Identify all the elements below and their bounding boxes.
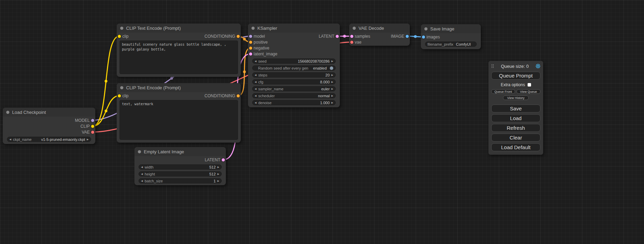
toggle-knob-icon[interactable]: [330, 66, 333, 70]
node-empty-latent-image[interactable]: Empty Latent Image LATENT ◀ width 512 ▶ …: [134, 147, 226, 185]
node-clip-text-encode-negative[interactable]: CLIP Text Encode (Prompt) clip CONDITION…: [117, 83, 241, 143]
collapse-dot-icon[interactable]: [353, 27, 356, 30]
clear-button[interactable]: Clear: [491, 134, 540, 142]
increment-arrow-icon[interactable]: ▶: [218, 166, 219, 168]
height-widget[interactable]: ◀ height 512 ▶: [139, 171, 222, 177]
latent-output-port[interactable]: [336, 35, 339, 38]
link-midpoint-dot: [414, 35, 417, 38]
node-title-bar[interactable]: KSampler: [248, 24, 340, 33]
node-ksampler[interactable]: KSampler model LATENT positive negative …: [248, 24, 340, 107]
decrement-arrow-icon[interactable]: ◀: [255, 94, 256, 97]
latent-image-input-port[interactable]: [249, 52, 252, 55]
drag-handle-icon[interactable]: [491, 64, 494, 68]
width-widget[interactable]: ◀ width 512 ▶: [139, 164, 222, 170]
decrement-arrow-icon[interactable]: ◀: [141, 173, 143, 175]
collapse-dot-icon[interactable]: [424, 27, 427, 30]
queue-front-button[interactable]: Queue Front: [491, 89, 515, 94]
conditioning-output-port[interactable]: [237, 35, 240, 38]
denoise-widget[interactable]: ◀ denoise 1.000 ▶: [252, 100, 336, 105]
sampler-name-widget[interactable]: ◀ sampler_name euler ▶: [252, 86, 336, 91]
node-vae-decode[interactable]: VAE Decode samples IMAGE vae: [349, 24, 410, 46]
node-load-checkpoint[interactable]: Load Checkpoint MODEL CLIP VAE ◀ ckpt_na…: [3, 108, 95, 144]
node-title-bar[interactable]: Empty Latent Image: [134, 147, 226, 156]
latent-image-input-slot: latent_image: [248, 51, 340, 57]
increment-arrow-icon[interactable]: ▶: [332, 60, 333, 62]
increment-arrow-icon[interactable]: ▶: [332, 88, 333, 90]
collapse-dot-icon[interactable]: [120, 86, 123, 89]
decrement-arrow-icon[interactable]: ◀: [255, 81, 256, 83]
view-queue-button[interactable]: View Queue: [517, 89, 540, 94]
node-clip-text-encode-positive[interactable]: CLIP Text Encode (Prompt) clip CONDITION…: [117, 24, 241, 77]
widget-label: denoise: [258, 101, 272, 105]
positive-input-port[interactable]: [249, 40, 252, 44]
positive-prompt-textarea[interactable]: beautiful scenery nature glass bottle la…: [120, 40, 238, 74]
image-output-port[interactable]: [406, 35, 409, 38]
extra-options-checkbox[interactable]: [528, 83, 531, 87]
node-graph-canvas[interactable]: Load Checkpoint MODEL CLIP VAE ◀ ckpt_na…: [0, 0, 644, 244]
seed-widget[interactable]: ◀ seed 156680208700286 ▶: [252, 58, 336, 64]
model-input-port[interactable]: [249, 35, 252, 38]
node-title-bar[interactable]: Save Image: [421, 24, 481, 33]
node-title-bar[interactable]: VAE Decode: [349, 24, 410, 33]
decrement-arrow-icon[interactable]: ◀: [255, 74, 256, 76]
increment-arrow-icon[interactable]: ▶: [87, 138, 89, 141]
widget-value: 8.000: [320, 80, 330, 84]
scheduler-widget[interactable]: ◀ scheduler normal ▶: [252, 93, 336, 98]
conditioning-output-port[interactable]: [237, 94, 240, 97]
decrement-arrow-icon[interactable]: ◀: [141, 180, 143, 182]
clip-input-port[interactable]: [118, 94, 121, 97]
model-output-port[interactable]: [91, 119, 94, 122]
decrement-arrow-icon[interactable]: ◀: [141, 166, 143, 168]
widget-label: cfg: [258, 80, 263, 84]
collapse-dot-icon[interactable]: [120, 27, 123, 30]
widget-label: filename_prefix: [427, 42, 453, 46]
latent-output-port[interactable]: [222, 158, 225, 161]
decrement-arrow-icon[interactable]: ◀: [255, 60, 256, 62]
node-title-bar[interactable]: CLIP Text Encode (Prompt): [117, 24, 241, 33]
queue-prompt-button[interactable]: Queue Prompt: [491, 72, 540, 80]
node-title: Load Checkpoint: [12, 110, 46, 115]
slot-label: samples: [355, 34, 370, 39]
collapse-dot-icon[interactable]: [6, 111, 9, 114]
clip-input-port[interactable]: [118, 35, 121, 38]
increment-arrow-icon[interactable]: ▶: [332, 81, 333, 83]
model-output-slot: MODEL: [3, 117, 95, 123]
vae-input-port[interactable]: [350, 40, 353, 44]
increment-arrow-icon[interactable]: ▶: [218, 180, 219, 182]
negative-prompt-textarea[interactable]: text, watermark: [120, 100, 238, 140]
random-seed-toggle-widget[interactable]: Random seed after every gen enabled: [252, 65, 336, 71]
increment-arrow-icon[interactable]: ▶: [332, 74, 333, 76]
filename-prefix-widget[interactable]: filename_prefix ComfyUI: [425, 42, 477, 47]
widget-value: normal: [318, 94, 330, 98]
decrement-arrow-icon[interactable]: ◀: [255, 101, 256, 104]
increment-arrow-icon[interactable]: ▶: [332, 94, 333, 97]
slot-label: MODEL: [75, 118, 90, 123]
increment-arrow-icon[interactable]: ▶: [218, 173, 219, 175]
extra-options-row: Extra options: [491, 82, 540, 87]
node-save-image[interactable]: Save Image images filename_prefix ComfyU…: [421, 24, 481, 49]
increment-arrow-icon[interactable]: ▶: [332, 101, 333, 104]
settings-gear-icon[interactable]: [536, 64, 540, 69]
node-title-bar[interactable]: Load Checkpoint: [3, 108, 95, 117]
slot-label: clip: [122, 34, 129, 39]
view-history-button[interactable]: View History: [503, 96, 529, 100]
decrement-arrow-icon[interactable]: ◀: [255, 88, 256, 90]
batch-size-widget[interactable]: ◀ batch_size 1 ▶: [139, 178, 222, 183]
cfg-widget[interactable]: ◀ cfg 8.000 ▶: [252, 79, 336, 84]
collapse-dot-icon[interactable]: [138, 150, 141, 153]
vae-output-port[interactable]: [91, 130, 94, 134]
node-title-bar[interactable]: CLIP Text Encode (Prompt): [117, 83, 241, 92]
steps-widget[interactable]: ◀ steps 20 ▶: [252, 72, 336, 78]
negative-input-port[interactable]: [249, 46, 252, 49]
samples-input-port[interactable]: [350, 35, 353, 38]
collapse-dot-icon[interactable]: [252, 27, 255, 30]
refresh-button[interactable]: Refresh: [491, 124, 540, 132]
widget-label: sampler_name: [258, 87, 283, 91]
load-default-button[interactable]: Load Default: [491, 143, 540, 151]
decrement-arrow-icon[interactable]: ◀: [9, 138, 11, 141]
clip-output-port[interactable]: [91, 125, 94, 128]
images-input-port[interactable]: [422, 35, 425, 38]
save-button[interactable]: Save: [491, 105, 540, 112]
load-button[interactable]: Load: [491, 114, 540, 122]
ckpt-name-widget[interactable]: ◀ ckpt_name v1-5-pruned-emaonly.ckpt ▶: [7, 137, 91, 142]
